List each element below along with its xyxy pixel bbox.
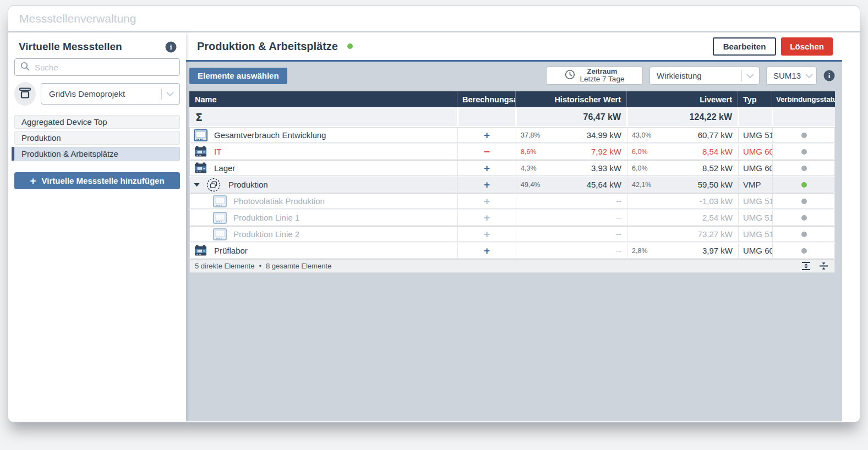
- name-cell: Produktion Linie 2: [190, 227, 457, 242]
- operation-sign: −: [484, 146, 490, 157]
- sidebar-item[interactable]: Aggregated Device Top: [14, 115, 180, 129]
- name-cell: Photovolatiak Produktion: [190, 194, 457, 208]
- column-header-livewert: Livewert: [626, 91, 738, 107]
- main-header: Produktion & Arbeitsplätze Bearbeiten Lö…: [186, 32, 842, 60]
- operation-sign: +: [484, 229, 490, 239]
- vmp-icon: [206, 178, 221, 192]
- name-cell: Gesamtverbrauch Entwicklung: [190, 128, 457, 142]
- status-dot: [801, 199, 807, 204]
- calculation-cell: +: [457, 243, 516, 258]
- aggregation-select[interactable]: SUM13: [766, 67, 817, 85]
- status-dot: [801, 232, 807, 237]
- name-cell: Lager: [190, 161, 457, 175]
- device-type-cell: UMG 604: [738, 161, 772, 175]
- toolbar-right: Zeitraum Letzte 7 Tage Wirkleistung SUM: [546, 67, 835, 85]
- content-area: Elemente auswählen Zeitraum Letzte 7 Tag…: [186, 62, 842, 421]
- table-body: Gesamtverbrauch Entwicklung+37,8%34,99 k…: [189, 127, 835, 259]
- historical-value-cell: 37,8%34,99 kW: [516, 128, 627, 142]
- project-icon-wrap: [14, 82, 36, 106]
- clock-icon: [565, 69, 575, 82]
- measurement-select[interactable]: Wirkleistung: [649, 67, 760, 85]
- live-value-cell: -1,03 kW: [627, 194, 738, 208]
- panel-meter-icon: [194, 129, 208, 141]
- live-value-cell: 2,54 kW: [627, 210, 738, 225]
- svg-text:i: i: [828, 72, 831, 80]
- expander-icon[interactable]: [194, 183, 200, 187]
- online-status-dot: [347, 43, 353, 49]
- period-button[interactable]: Zeitraum Letzte 7 Tage: [546, 67, 643, 85]
- sum-symbol-cell: Σ: [189, 108, 457, 126]
- collapse-all-icon[interactable]: [819, 261, 828, 271]
- virtual-meter-list: Aggregated Device TopProduktionProduktio…: [14, 115, 180, 161]
- historical-value-cell: --: [516, 210, 627, 225]
- table-row[interactable]: IT−8,6%7,92 kW6,0%8,54 kWUMG 604: [189, 144, 835, 160]
- device-type-cell: VMP: [738, 177, 772, 192]
- sum-connection-cell: [772, 108, 835, 126]
- right-strip: [842, 32, 860, 421]
- sidebar-item[interactable]: Produktion: [14, 131, 180, 145]
- connection-status-cell: [772, 128, 836, 142]
- table-row[interactable]: Produktion Linie 1+--2,54 kWUMG 511: [189, 210, 835, 226]
- select-elements-button[interactable]: Elemente auswählen: [189, 68, 287, 84]
- header-actions: Bearbeiten Löschen: [713, 37, 833, 56]
- kw-value: 8,54 kW: [702, 147, 733, 156]
- table-row[interactable]: Prüflabor+--2,8%3,97 kWUMG 604: [189, 243, 835, 259]
- live-value-cell: 73,27 kW: [627, 227, 738, 242]
- connection-status-cell: [772, 161, 836, 175]
- total-elements-count: 8 gesamte Elemente: [266, 262, 331, 270]
- kw-value: --: [616, 246, 621, 255]
- table-row[interactable]: Produktion Linie 2+--73,27 kWUMG 512: [189, 226, 835, 242]
- info-icon[interactable]: i: [165, 41, 177, 53]
- device-type-cell: UMG 604: [738, 243, 772, 258]
- row-name: IT: [214, 147, 221, 156]
- add-button-label: Virtuelle Messstelle hinzufügen: [41, 176, 164, 185]
- name-cell: Prüflabor: [190, 243, 457, 258]
- live-value-cell: 6,0%8,54 kW: [627, 144, 738, 159]
- status-dot: [801, 149, 807, 155]
- live-value-cell: 6,0%8,52 kW: [627, 161, 738, 175]
- table-row[interactable]: Lager+4,3%3,93 kW6,0%8,52 kWUMG 604: [189, 160, 835, 176]
- table-row[interactable]: Gesamtverbrauch Entwicklung+37,8%34,99 k…: [189, 127, 835, 143]
- period-text: Zeitraum Letzte 7 Tage: [580, 68, 625, 84]
- name-cell: Produktion: [190, 177, 457, 192]
- sidebar-header: Virtuelle Messstellen i: [14, 40, 180, 58]
- percent-value: 37,8%: [521, 131, 540, 139]
- connection-status-cell: [772, 227, 836, 242]
- status-dot: [801, 215, 807, 221]
- table-row[interactable]: Produktion+49,4%45,64 kW42,1%59,50 kWVMP: [189, 177, 835, 193]
- project-select[interactable]: GridVis Demoprojekt: [41, 83, 180, 105]
- historical-value-cell: 8,6%7,92 kW: [516, 144, 627, 159]
- sum-live-cell: 124,22 kW: [626, 108, 738, 126]
- delete-button[interactable]: Löschen: [781, 37, 833, 56]
- search-input[interactable]: [35, 63, 174, 72]
- direct-elements-count: 5 direkte Elemente: [195, 262, 254, 270]
- device-type-cell: UMG 512: [738, 194, 772, 208]
- live-value-cell: 2,8%3,97 kW: [627, 243, 738, 258]
- svg-text:i: i: [170, 43, 172, 51]
- calculation-cell: +: [457, 128, 516, 142]
- info-icon[interactable]: i: [823, 70, 835, 81]
- add-virtual-meter-button[interactable]: + Virtuelle Messstelle hinzufügen: [14, 172, 180, 189]
- row-name: Photovolatiak Produktion: [233, 196, 325, 206]
- row-name: Prüflabor: [214, 246, 248, 255]
- calculation-cell: +: [457, 177, 516, 192]
- panel-meter-icon: [213, 228, 227, 240]
- rail-meter-icon: [194, 245, 208, 257]
- period-value: Letzte 7 Tage: [580, 75, 625, 84]
- kw-value: 3,97 kW: [702, 246, 733, 255]
- expand-all-icon[interactable]: [801, 261, 811, 271]
- kw-value: 34,99 kW: [587, 130, 621, 140]
- historical-value-cell: 4,3%3,93 kW: [516, 161, 627, 175]
- status-dot: [801, 133, 807, 138]
- table-row[interactable]: Photovolatiak Produktion+---1,03 kWUMG 5…: [189, 193, 835, 209]
- kw-value: 2,54 kW: [702, 213, 733, 222]
- operation-sign: +: [484, 196, 490, 206]
- sidebar-item[interactable]: Produktion & Arbeitsplätze: [14, 147, 180, 161]
- row-name: Gesamtverbrauch Entwicklung: [214, 130, 326, 140]
- toolbar: Elemente auswählen Zeitraum Letzte 7 Tag…: [189, 67, 835, 85]
- panel-meter-icon: [213, 195, 227, 207]
- edit-button[interactable]: Bearbeiten: [713, 37, 777, 56]
- footer-icons: [801, 261, 828, 271]
- kw-value: 7,92 kW: [591, 147, 621, 156]
- column-header-typ: Typ: [738, 91, 772, 107]
